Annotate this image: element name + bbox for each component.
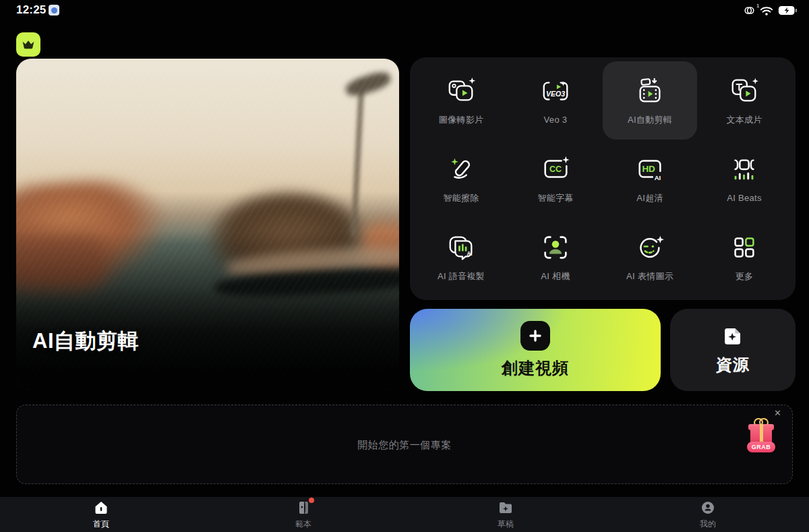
tool-label: AI 表情圖示 [626, 270, 673, 283]
ai-hd-icon: HD AI [634, 154, 665, 185]
wifi-icon: 1 [760, 5, 773, 16]
tool-more[interactable]: 更多 [697, 218, 791, 296]
tool-label: AI超清 [636, 192, 663, 204]
tool-ai-camera[interactable]: AI 相機 [508, 218, 603, 296]
close-icon[interactable]: ✕ [774, 409, 781, 417]
tool-ai-voice-clone[interactable]: AI AI 語音複製 [414, 218, 508, 296]
tool-label: AI Beats [727, 193, 762, 203]
tool-smart-captions[interactable]: CC 智能字幕 [508, 140, 603, 218]
ai-beats-icon [729, 154, 760, 185]
tool-label: 圖像轉影片 [439, 114, 484, 126]
plus-icon [520, 321, 550, 351]
more-icon [729, 232, 760, 263]
profile-icon [698, 499, 717, 516]
create-video-label: 創建視頻 [502, 357, 569, 379]
tool-label: 更多 [736, 270, 754, 283]
smart-eraser-icon [446, 154, 477, 185]
tool-ai-beats[interactable]: AI Beats [697, 140, 791, 218]
tool-label: AI 相機 [541, 270, 570, 283]
battery-charging-icon [778, 5, 797, 16]
featured-banner-card[interactable]: AI自動剪輯 [16, 59, 399, 390]
drafts-folder-icon [496, 499, 515, 516]
tool-smart-eraser[interactable]: 智能擦除 [414, 140, 508, 218]
grab-badge: GRAB [747, 442, 775, 452]
tool-ai-hd[interactable]: HD AI AI超清 [603, 140, 697, 218]
notification-dot [309, 498, 314, 503]
tool-veo3[interactable]: VEO3 Veo 3 [508, 61, 603, 140]
gift-grab-button[interactable]: GRAB [746, 417, 776, 456]
nav-profile[interactable]: 我的 [607, 497, 809, 532]
resources-label: 資源 [716, 354, 750, 376]
nav-drafts[interactable]: 草稿 [404, 497, 607, 532]
sticker-sparkle-icon [721, 324, 744, 347]
ai-emoji-icon [634, 232, 665, 263]
wifi-superscript: 1 [756, 3, 759, 9]
vip-crown-logo[interactable] [16, 32, 40, 57]
templates-icon [294, 499, 313, 516]
veo3-icon: VEO3 [540, 76, 571, 107]
tool-label: 智能擦除 [443, 192, 479, 204]
nav-label: 範本 [295, 519, 311, 530]
home-icon [92, 499, 111, 516]
text-to-video-icon [729, 76, 760, 107]
status-bar: 12:25 1 [0, 0, 809, 22]
bottom-nav: 首頁 範本 草稿 [0, 497, 809, 532]
resources-button[interactable]: 資源 [670, 309, 796, 391]
ai-tools-grid: 圖像轉影片 VEO3 Veo 3 [410, 57, 796, 300]
tool-label: 智能字幕 [537, 192, 573, 204]
tool-label: AI自動剪輯 [628, 114, 672, 126]
svg-text:AI: AI [467, 250, 472, 256]
tool-label: Veo 3 [544, 115, 568, 125]
first-project-banner[interactable]: 開始您的第一個專案 ✕ GRAB [16, 405, 793, 484]
nav-label: 首頁 [93, 519, 109, 530]
first-project-placeholder: 開始您的第一個專案 [17, 439, 792, 452]
featured-banner-title: AI自動剪輯 [32, 327, 139, 355]
app-screen: 12:25 1 [0, 0, 809, 532]
svg-text:HD: HD [642, 163, 655, 173]
clock: 12:25 [16, 3, 46, 17]
nav-label: 草稿 [498, 519, 514, 530]
tool-text-to-video[interactable]: 文本成片 [697, 61, 791, 140]
ai-voice-clone-icon: AI [446, 232, 477, 263]
tool-label: 文本成片 [726, 114, 762, 126]
tool-label: AI 語音複製 [438, 270, 485, 283]
tool-ai-auto-cut[interactable]: AI自動剪輯 [603, 61, 697, 140]
notification-app-icon [49, 5, 59, 16]
ai-camera-icon [540, 232, 571, 263]
tool-ai-emoji[interactable]: AI 表情圖示 [603, 218, 697, 296]
smart-captions-icon: CC [540, 154, 571, 185]
svg-text:CC: CC [549, 165, 562, 174]
create-video-button[interactable]: 創建視頻 [410, 309, 661, 391]
nav-label: 我的 [700, 519, 716, 530]
svg-text:VEO3: VEO3 [546, 90, 565, 98]
volte-icon [744, 5, 755, 16]
nav-home[interactable]: 首頁 [0, 497, 202, 532]
svg-text:AI: AI [655, 174, 661, 181]
ai-auto-cut-icon [634, 76, 665, 107]
image-to-video-icon [446, 76, 477, 107]
tool-image-to-video[interactable]: 圖像轉影片 [414, 61, 508, 140]
nav-templates[interactable]: 範本 [202, 497, 404, 532]
